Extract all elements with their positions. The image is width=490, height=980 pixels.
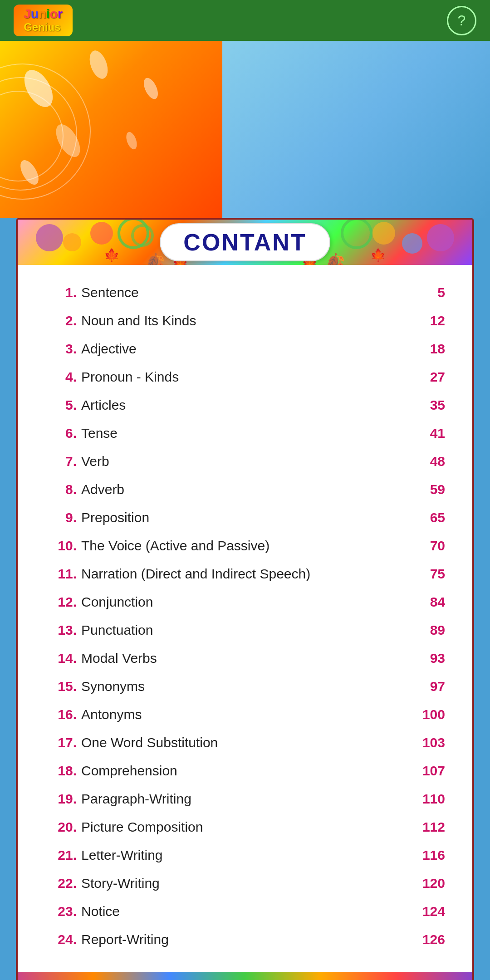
toc-item[interactable]: 3.Adjective18	[45, 335, 445, 363]
toc-page-number: 27	[409, 369, 445, 385]
toc-item[interactable]: 5.Articles35	[45, 391, 445, 419]
toc-chapter-name: Modal Verbs	[81, 651, 409, 666]
toc-item[interactable]: 23.Notice124	[45, 897, 445, 926]
toc-item[interactable]: 21.Letter-Writing116	[45, 841, 445, 869]
toc-chapter-name: Adverb	[81, 482, 409, 497]
toc-page-number: 41	[409, 426, 445, 441]
toc-page-number: 110	[409, 791, 445, 807]
toc-number: 15.	[45, 679, 77, 694]
toc-chapter-name: Verb	[81, 454, 409, 469]
toc-chapter-name: Notice	[81, 904, 409, 919]
toc-number: 8.	[45, 482, 77, 497]
toc-item[interactable]: 18.Comprehension107	[45, 757, 445, 785]
toc-item[interactable]: 7.Verb48	[45, 447, 445, 475]
toc-page-number: 18	[409, 341, 445, 357]
toc-number: 20.	[45, 819, 77, 835]
toc-page-number: 65	[409, 510, 445, 525]
toc-chapter-name: Conjunction	[81, 594, 409, 610]
toc-list: 1.Sentence52.Noun and Its Kinds123.Adjec…	[18, 265, 472, 972]
toc-item[interactable]: 2.Noun and Its Kinds12	[45, 307, 445, 335]
toc-number: 16.	[45, 707, 77, 722]
toc-number: 24.	[45, 932, 77, 947]
toc-number: 4.	[45, 369, 77, 385]
toc-chapter-name: Synonyms	[81, 679, 409, 694]
toc-item[interactable]: 6.Tense41	[45, 419, 445, 447]
toc-number: 11.	[45, 566, 77, 582]
toc-number: 12.	[45, 594, 77, 610]
toc-page-number: 93	[409, 651, 445, 666]
toc-number: 17.	[45, 735, 77, 750]
toc-item[interactable]: 20.Picture Composition112	[45, 813, 445, 841]
card-decoration-bottom	[18, 972, 472, 980]
toc-chapter-name: Punctuation	[81, 622, 409, 638]
toc-item[interactable]: 1.Sentence5	[45, 279, 445, 307]
toc-item[interactable]: 15.Synonyms97	[45, 672, 445, 701]
toc-number: 6.	[45, 426, 77, 441]
toc-chapter-name: Comprehension	[81, 763, 409, 779]
toc-number: 19.	[45, 791, 77, 807]
toc-chapter-name: Preposition	[81, 510, 409, 525]
toc-item[interactable]: 19.Paragraph-Writing110	[45, 785, 445, 813]
toc-number: 23.	[45, 904, 77, 919]
toc-number: 10.	[45, 538, 77, 554]
toc-number: 14.	[45, 651, 77, 666]
toc-chapter-name: The Voice (Active and Passive)	[81, 538, 409, 554]
toc-item[interactable]: 8.Adverb59	[45, 475, 445, 504]
toc-number: 2.	[45, 313, 77, 328]
toc-number: 9.	[45, 510, 77, 525]
card-decoration-top: 🍂 🍂 🍁 🍁 CONTANT 🍁 🍁	[18, 220, 472, 265]
content-badge: CONTANT	[160, 223, 330, 261]
toc-chapter-name: Picture Composition	[81, 819, 409, 835]
toc-item[interactable]: 13.Punctuation89	[45, 616, 445, 644]
toc-item[interactable]: 11.Narration (Direct and Indirect Speech…	[45, 560, 445, 588]
toc-item[interactable]: 17.One Word Substitution103	[45, 729, 445, 757]
toc-item[interactable]: 12.Conjunction84	[45, 588, 445, 616]
toc-page-number: 120	[409, 876, 445, 891]
toc-number: 18.	[45, 763, 77, 779]
toc-page-number: 89	[409, 622, 445, 638]
toc-number: 7.	[45, 454, 77, 469]
toc-chapter-name: Paragraph-Writing	[81, 791, 409, 807]
toc-item[interactable]: 24.Report-Writing126	[45, 926, 445, 954]
toc-item[interactable]: 4.Pronoun - Kinds27	[45, 363, 445, 391]
toc-number: 3.	[45, 341, 77, 357]
toc-page-number: 84	[409, 594, 445, 610]
toc-chapter-name: Adjective	[81, 341, 409, 357]
toc-page-number: 59	[409, 482, 445, 497]
toc-item[interactable]: 22.Story-Writing120	[45, 869, 445, 897]
top-banner	[0, 41, 490, 218]
toc-chapter-name: Sentence	[81, 285, 409, 300]
toc-page-number: 35	[409, 397, 445, 413]
toc-chapter-name: Narration (Direct and Indirect Speech)	[81, 566, 409, 582]
toc-page-number: 5	[409, 285, 445, 300]
toc-page-number: 48	[409, 454, 445, 469]
toc-page-number: 107	[409, 763, 445, 779]
toc-number: 1.	[45, 285, 77, 300]
toc-item[interactable]: 10.The Voice (Active and Passive)70	[45, 532, 445, 560]
header: Junior Genius ?	[0, 0, 490, 41]
toc-page-number: 126	[409, 932, 445, 947]
toc-item[interactable]: 16.Antonyms100	[45, 701, 445, 729]
banner-right	[222, 41, 490, 218]
toc-page-number: 124	[409, 904, 445, 919]
toc-chapter-name: Tense	[81, 426, 409, 441]
toc-item[interactable]: 14.Modal Verbs93	[45, 644, 445, 672]
toc-chapter-name: Articles	[81, 397, 409, 413]
toc-page-number: 70	[409, 538, 445, 554]
toc-chapter-name: Noun and Its Kinds	[81, 313, 409, 328]
toc-chapter-name: Antonyms	[81, 707, 409, 722]
toc-page-number: 97	[409, 679, 445, 694]
toc-number: 21.	[45, 848, 77, 863]
toc-chapter-name: One Word Substitution	[81, 735, 409, 750]
logo: Junior Genius	[14, 5, 73, 36]
toc-page-number: 75	[409, 566, 445, 582]
toc-item[interactable]: 9.Preposition65	[45, 504, 445, 532]
help-button[interactable]: ?	[447, 6, 476, 35]
toc-number: 22.	[45, 876, 77, 891]
toc-chapter-name: Pronoun - Kinds	[81, 369, 409, 385]
toc-number: 5.	[45, 397, 77, 413]
toc-chapter-name: Letter-Writing	[81, 848, 409, 863]
toc-page-number: 12	[409, 313, 445, 328]
toc-page-number: 112	[409, 819, 445, 835]
toc-chapter-name: Story-Writing	[81, 876, 409, 891]
